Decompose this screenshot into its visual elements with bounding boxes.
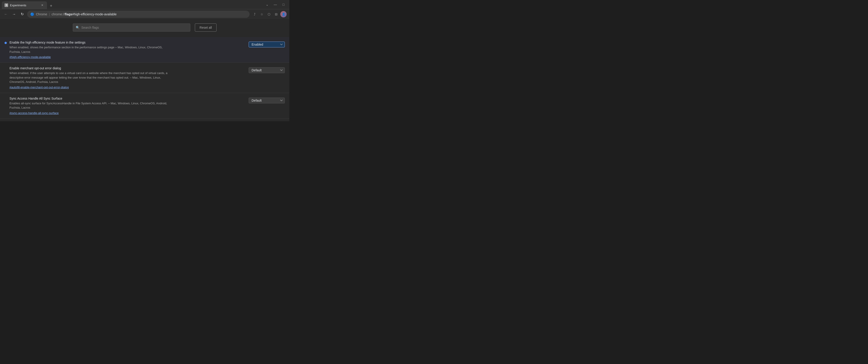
title-bar: ⚗ Experiments ✕ + ⌄ — □ [0,0,289,9]
sidebar-icon[interactable]: ⊟ [273,11,279,18]
flag-link-2[interactable]: #autofill-enable-merchant-opt-out-error-… [9,86,69,89]
share-icon[interactable]: ⤴ [251,11,258,18]
refresh-button[interactable]: ↻ [19,11,25,18]
tab-title: Experiments [10,4,38,7]
tab-favicon: ⚗ [4,3,8,7]
browser-label: Chrome [36,12,47,16]
flag-control-2: Default Enabled Disabled [240,66,285,73]
flag-title-highlighted: Enable the high efficiency mode feature … [9,41,86,44]
address-bar[interactable]: 🔵 Chrome | chrome://flags#high-efficienc… [27,11,250,18]
flag-link-1[interactable]: #high-efficiency-mode-available [9,55,51,59]
active-tab[interactable]: ⚗ Experiments ✕ [2,1,47,9]
url-flags-part: flags [65,12,72,16]
flag-content-1: Enable the high efficiency mode feature … [9,41,172,59]
flag-control-3: Default Enabled Disabled [240,97,285,103]
flag-link-3[interactable]: #sync-access-handle-all-sync-surface [9,111,59,115]
flag-item-sync: Sync Access Handle All Sync Surface Enab… [0,93,289,119]
flag-item-wrapper-3: Sync Access Handle All Sync Surface Enab… [0,93,289,119]
search-area: 🔍 Search flags Reset all [0,19,289,35]
flag-content-3: Sync Access Handle All Sync Surface Enab… [9,97,172,115]
bookmark-icon[interactable]: ☆ [258,11,265,18]
flag-item-high-efficiency: Enable the high efficiency mode feature … [0,37,289,63]
flag-description-3: Enables all-sync surface for SyncAccessH… [9,101,172,110]
flag-title-2: Enable merchant opt-out error dialog [9,66,172,70]
extension-icon[interactable]: ⬡ [266,11,272,18]
flag-select-default-2[interactable]: Default Enabled Disabled [249,98,285,103]
maximize-button[interactable]: □ [281,2,286,7]
search-placeholder: Search flags [81,26,187,29]
tab-area: ⚗ Experiments ✕ + [2,0,54,9]
flag-description-2: When enabled, if the user attempts to us… [9,71,172,84]
search-icon: 🔍 [76,26,80,29]
tab-close-button[interactable]: ✕ [40,3,44,7]
address-text: Chrome | chrome://flags#high-efficiency-… [36,12,246,16]
flag-description-1: When enabled, shows the performance sect… [9,45,172,54]
flag-select-enabled[interactable]: Default Enabled Disabled [249,41,285,47]
flag-control-1: Default Enabled Disabled [240,41,285,47]
flag-item-wrapper-2: Enable merchant opt-out error dialog Whe… [0,63,289,93]
profile-avatar[interactable]: 👤 [280,11,287,18]
chevron-down-icon[interactable]: ⌄ [265,2,270,7]
reset-all-button[interactable]: Reset all [195,24,217,32]
security-icon: 🔵 [30,12,34,16]
content-area: 🔍 Search flags Reset all Enable the high… [0,19,289,121]
url-hash-part: #high-efficiency-mode-available [72,12,117,16]
flags-list: Enable the high efficiency mode feature … [0,35,289,121]
minimize-button[interactable]: — [273,2,278,7]
flag-select-default-1[interactable]: Default Enabled Disabled [249,67,285,73]
flag-title-1: Enable the high efficiency mode feature … [9,41,172,44]
flag-item-wrapper-1: Enable the high efficiency mode feature … [0,37,289,63]
navigation-bar: ← → ↻ 🔵 Chrome | chrome://flags#high-eff… [0,9,289,19]
nav-actions: ⤴ ☆ ⬡ ⊟ 👤 [251,11,287,18]
back-button[interactable]: ← [3,11,9,18]
flag-title-3: Sync Access Handle All Sync Surface [9,97,172,100]
flag-dot [4,42,7,44]
forward-button[interactable]: → [11,11,17,18]
window-controls: ⌄ — □ [265,2,287,7]
flag-item-merchant: Enable merchant opt-out error dialog Whe… [0,63,289,93]
new-tab-button[interactable]: + [48,3,54,9]
flag-content-2: Enable merchant opt-out error dialog Whe… [9,66,172,89]
search-box[interactable]: 🔍 Search flags [73,24,190,32]
